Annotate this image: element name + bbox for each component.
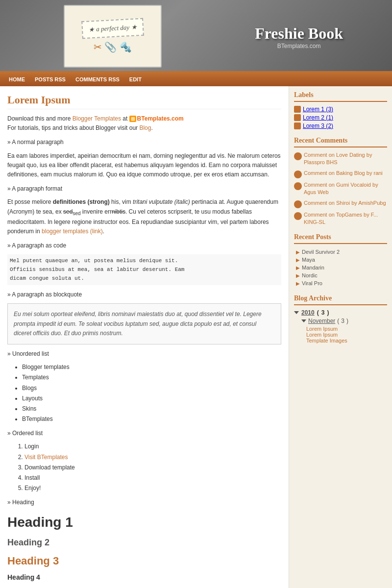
archive-post-link: Template Images: [294, 338, 387, 343]
site-header: ★ a perfect day ★ ✂ 📎 🔩 Freshie Book BTe…: [0, 0, 392, 73]
recent-comments-title: Recent Comments: [294, 137, 387, 147]
blog-link-1[interactable]: Blog: [139, 124, 151, 131]
section-headings-heading: Heading: [7, 498, 281, 507]
label-2-link[interactable]: Lorem 2 (1): [303, 114, 333, 121]
heading-1: Heading 1: [7, 512, 281, 534]
nav-posts-rss[interactable]: POSTS RSS: [30, 74, 71, 84]
archive-year-2010: 2010 (3) November (3) Lorem Ipsum: [294, 309, 387, 343]
list-item: Layouts: [22, 394, 281, 403]
blockquote-text: Eu mei solum oporteat eleifend, libris n…: [7, 303, 281, 344]
section-code-heading: A paragraph as code: [7, 241, 281, 250]
code-block: Mel putent quaeque an, ut postea melius …: [7, 254, 281, 285]
normal-paragraph-text: Ea eam labores imperdiet, apeirian democ…: [7, 151, 281, 180]
nav-comments-rss[interactable]: COMMENTS RSS: [71, 74, 124, 84]
commenter-avatar: [294, 152, 302, 160]
post-1-title: Lorem Ipsum: [7, 94, 281, 109]
sidebar: Labels Lorem 1 (3) Lorem 2 (1) Lorem 3 (…: [289, 86, 392, 588]
recent-post-item: ▶ Nordic: [294, 271, 387, 279]
site-title-block: Freshie Book BTemplates.com: [255, 24, 343, 49]
archive-month-row: November (3): [294, 318, 387, 324]
heading-2: Heading 2: [7, 536, 281, 550]
blogger-templates-link-2[interactable]: blogger templates (link): [42, 228, 103, 235]
commenter-avatar: [294, 182, 302, 190]
archive-month-link[interactable]: November: [308, 318, 335, 324]
post-1: Lorem Ipsum Download this and more Blogg…: [7, 94, 281, 588]
paragraph-format-text: Et posse meliore definitiones (strong) h…: [7, 197, 281, 236]
site-tagline: BTemplates.com: [255, 43, 343, 49]
archive-year-row: 2010 (3): [294, 309, 387, 316]
comment-link[interactable]: Comment on Love Dating by Plasspro BHS: [304, 152, 372, 165]
comment-text: Comment on Baking Blog by rani: [304, 170, 383, 177]
comment-item: Comment on TopGames by F... KING-SL: [294, 211, 387, 226]
ordered-item: Install: [24, 473, 281, 483]
header-notebook: ★ a perfect day ★ ✂ 📎 🔩: [64, 5, 162, 68]
archive-post-link: Lorem Ipsum: [294, 326, 387, 332]
recent-post-bullet: ▶: [296, 273, 300, 278]
recent-post-item: ▶ Viral Pro: [294, 279, 387, 287]
archive-year-link[interactable]: 2010: [301, 309, 315, 316]
labels-section: Labels Lorem 1 (3) Lorem 2 (1) Lorem 3 (…: [294, 91, 387, 129]
recent-post-item: ▶ Mandarin: [294, 264, 387, 271]
nav-home[interactable]: HOME: [4, 74, 30, 84]
btemplates-ordered-link[interactable]: Visit BTemplates: [24, 454, 68, 461]
unordered-list: Blogger templates Templates Blogs Layout…: [7, 363, 281, 424]
comment-link[interactable]: Comment on Shiroi by AmishPubg: [304, 200, 386, 206]
ordered-item: Enjoy!: [24, 484, 281, 493]
comment-link[interactable]: Comment on Gumi Vocaloid by Agus Web: [304, 182, 378, 195]
archive-months: November (3) Lorem Ipsum Lorem Ipsum Tem…: [294, 318, 387, 343]
label-3-link[interactable]: Lorem 3 (2): [303, 122, 333, 129]
archive-post-1[interactable]: Lorem Ipsum: [306, 326, 338, 332]
heading-4: Heading 4: [7, 572, 281, 583]
label-icon: [294, 122, 301, 129]
archive-post-link: Lorem Ipsum: [294, 332, 387, 338]
label-icon: [294, 114, 301, 121]
label-1-link[interactable]: Lorem 1 (3): [303, 106, 333, 113]
comment-link[interactable]: Comment on Baking Blog by rani: [304, 170, 383, 176]
notebook-text: ★ a perfect day ★: [81, 18, 144, 39]
comment-text: Comment on Love Dating by Plasspro BHS: [304, 151, 387, 167]
recent-post-bullet: ▶: [296, 281, 300, 286]
notebook-icon: ✂ 📎 🔩: [94, 41, 132, 53]
recent-post-link[interactable]: Devil Survivor 2: [302, 249, 340, 255]
recent-post-link[interactable]: Maya: [302, 257, 315, 263]
blogger-templates-link[interactable]: Blogger Templates: [73, 115, 121, 122]
list-item: Templates: [22, 373, 281, 382]
recent-post-link[interactable]: Nordic: [302, 272, 318, 278]
ordered-list: Login Visit BTemplates Download template…: [7, 442, 281, 493]
comment-item: Comment on Love Dating by Plasspro BHS: [294, 151, 387, 167]
commenter-avatar: [294, 171, 302, 178]
ordered-item: Download template: [24, 463, 281, 472]
section-ordered-heading: Ordered list: [7, 429, 281, 438]
label-item: Lorem 1 (3): [294, 106, 387, 113]
nav-bar: HOME POSTS RSS COMMENTS RSS EDIT: [0, 73, 392, 86]
ordered-item: Visit BTemplates: [24, 453, 281, 462]
archive-post-2[interactable]: Lorem Ipsum: [306, 332, 338, 338]
comment-item: Comment on Baking Blog by rani: [294, 170, 387, 178]
post-1-body: Download this and more Blogger Templates…: [7, 114, 281, 588]
blog-archive-section: Blog Archive 2010 (3) November (3: [294, 294, 387, 343]
recent-post-item: ▶ Devil Survivor 2: [294, 248, 387, 256]
recent-post-item: ▶ Maya: [294, 256, 387, 264]
site-title: Freshie Book: [255, 24, 343, 43]
blog-archive-title: Blog Archive: [294, 294, 387, 305]
list-item: Skins: [22, 404, 281, 414]
recent-post-bullet: ▶: [296, 265, 300, 270]
nav-edit[interactable]: EDIT: [124, 74, 147, 84]
section-format-heading: A paragraph format: [7, 184, 281, 194]
label-icon: [294, 106, 301, 113]
btemplates-link[interactable]: ⊞BTemplates.com: [129, 115, 184, 122]
commenter-avatar: [294, 200, 302, 208]
recent-comments-section: Recent Comments Comment on Love Dating b…: [294, 137, 387, 226]
labels-list: Lorem 1 (3) Lorem 2 (1) Lorem 3 (2): [294, 106, 387, 129]
comment-text: Comment on TopGames by F... KING-SL: [304, 211, 387, 226]
commenter-avatar: [294, 212, 302, 220]
archive-post-3[interactable]: Template Images: [306, 338, 347, 343]
recent-post-link[interactable]: Mandarin: [302, 265, 324, 270]
list-item: BTemplates: [22, 415, 281, 424]
label-item: Lorem 3 (2): [294, 122, 387, 129]
comment-text: Comment on Gumi Vocaloid by Agus Web: [304, 181, 387, 196]
comment-link[interactable]: Comment on TopGames by F... KING-SL: [304, 212, 378, 225]
recent-post-link[interactable]: Viral Pro: [302, 280, 322, 286]
comment-item: Comment on Gumi Vocaloid by Agus Web: [294, 181, 387, 196]
labels-title: Labels: [294, 91, 387, 102]
